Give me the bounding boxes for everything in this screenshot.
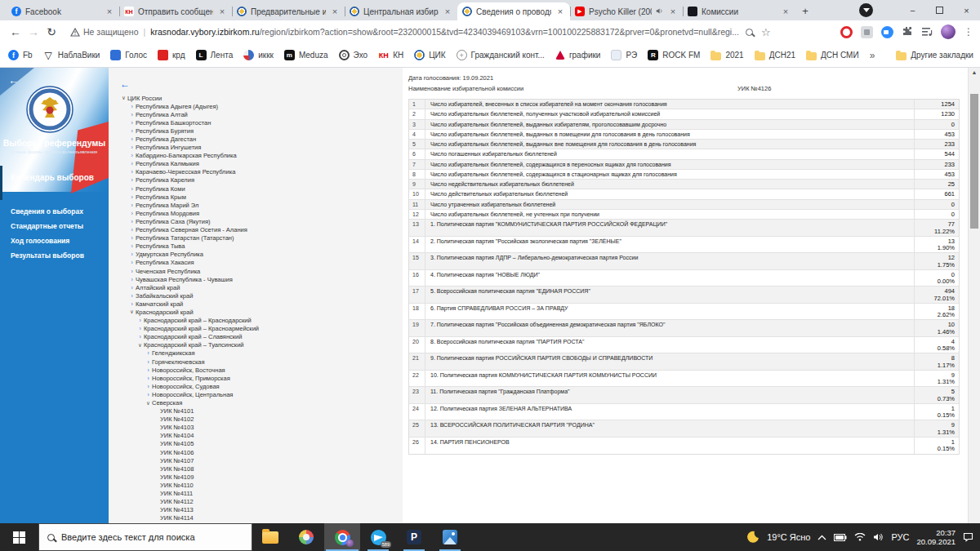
chevron-collapsed-icon[interactable]: › — [128, 285, 136, 291]
sidebar-menu-item[interactable]: Сведения о выборах — [11, 207, 84, 216]
tree-node[interactable]: ›Республика Калмыкия — [109, 160, 403, 168]
tree-back-arrow[interactable]: ← — [120, 78, 403, 90]
tab-close-icon[interactable]: × — [443, 7, 452, 16]
scrollbar-thumb[interactable] — [970, 94, 978, 229]
tree-node[interactable]: УИК №4102 — [109, 415, 403, 424]
chevron-collapsed-icon[interactable]: › — [128, 251, 136, 257]
media-control-button[interactable] — [859, 3, 873, 17]
tree-node[interactable]: УИК №4110 — [109, 481, 403, 489]
tab-close-icon[interactable]: × — [668, 7, 678, 16]
chevron-expanded-icon[interactable]: ∨ — [136, 342, 144, 349]
chevron-collapsed-icon[interactable]: › — [128, 177, 136, 183]
chevron-collapsed-icon[interactable]: › — [128, 120, 136, 126]
language-indicator[interactable]: РУС — [891, 532, 909, 542]
chevron-collapsed-icon[interactable]: › — [128, 186, 136, 192]
bookmark-item[interactable]: ДСН СМИ — [806, 51, 859, 60]
browser-menu-icon[interactable]: ⋮ — [964, 26, 973, 38]
browser-tab[interactable]: ▶Psycho Killer (200× — [570, 2, 683, 20]
extension-grey-icon[interactable] — [861, 26, 873, 38]
page-scrollbar[interactable]: ▲ — [968, 68, 980, 523]
chevron-collapsed-icon[interactable]: › — [145, 384, 152, 389]
tree-node[interactable]: ›Удмуртская Республика — [109, 251, 403, 259]
profile-avatar[interactable] — [941, 24, 956, 39]
action-center-icon[interactable] — [963, 532, 973, 542]
chevron-collapsed-icon[interactable]: › — [128, 293, 136, 299]
bookmark-item[interactable]: ЦИК — [414, 50, 445, 60]
chevron-collapsed-icon[interactable]: › — [128, 235, 136, 241]
sidebar-menu-item[interactable]: Результаты выборов — [11, 251, 84, 260]
volume-icon[interactable] — [873, 533, 884, 541]
tree-node[interactable]: ›Республика Крым — [109, 193, 403, 201]
maximize-button[interactable] — [926, 0, 953, 20]
tree-node[interactable]: УИК №4101 — [109, 407, 403, 415]
sidebar-menu-item[interactable]: Стандартные отчеты — [11, 222, 84, 230]
chevron-collapsed-icon[interactable]: › — [128, 277, 136, 282]
file-explorer-button[interactable] — [252, 523, 288, 551]
bookmark-item[interactable]: 2021 — [710, 51, 743, 60]
wifi-icon[interactable] — [854, 533, 866, 541]
tab-close-icon[interactable]: × — [217, 7, 227, 16]
photos-button[interactable] — [432, 523, 468, 551]
extension-red-icon[interactable] — [840, 26, 853, 38]
p-app-button[interactable]: P — [396, 523, 432, 551]
tree-node[interactable]: УИК №4107 — [109, 456, 403, 464]
sidebar-item-calendar[interactable]: Календарь выборов — [11, 173, 94, 182]
close-button[interactable]: × — [953, 0, 980, 20]
scrollbar-up-arrow[interactable]: ▲ — [969, 69, 980, 75]
chevron-collapsed-icon[interactable]: › — [128, 243, 136, 249]
new-tab-button[interactable]: + — [795, 2, 815, 20]
tree-node[interactable]: УИК №4108 — [109, 464, 403, 473]
tab-close-icon[interactable]: × — [555, 7, 565, 16]
tree-node[interactable]: ›Кабардино-Балкарская Республика — [109, 152, 403, 160]
bookmark-item[interactable]: крд — [158, 50, 185, 60]
back-button[interactable]: ← — [7, 25, 24, 38]
search-icon[interactable] — [746, 29, 753, 36]
tab-audio-icon[interactable] — [656, 7, 664, 16]
paint-button[interactable] — [288, 523, 324, 551]
tree-node[interactable]: ›Карачаево-Черкесская Республика — [109, 168, 403, 176]
bookmark-item[interactable]: +Гражданский конт... — [457, 50, 545, 60]
extension-blue-icon[interactable] — [881, 26, 893, 38]
tab-close-icon[interactable]: × — [330, 7, 340, 16]
tree-node[interactable]: УИК №4114 — [109, 514, 403, 522]
chevron-expanded-icon[interactable]: ∨ — [145, 400, 152, 407]
bookmark-item[interactable]: РЭ — [611, 50, 637, 60]
tree-node[interactable]: ›Новороссийск, Центральная — [109, 390, 403, 398]
media-queue-icon[interactable] — [921, 27, 933, 37]
tree-node[interactable]: ›Чеченская Республика — [109, 267, 403, 275]
tree-node[interactable]: ›Республика Алтай — [109, 110, 403, 118]
tree-node[interactable]: ›Новороссийск, Приморская — [109, 374, 403, 382]
browser-tab[interactable]: Предварительные ит× — [232, 2, 345, 20]
bookmark-item[interactable]: ▽НаблаВики — [43, 50, 100, 60]
browser-tab[interactable]: Сведения о проводя× — [457, 2, 570, 20]
chevron-collapsed-icon[interactable]: › — [145, 359, 152, 365]
clock[interactable]: 20:37 20.09.2021 — [916, 528, 956, 546]
tree-node[interactable]: ›Республика Хакасия — [109, 259, 403, 267]
tree-node[interactable]: ›Новороссийск, Судовая — [109, 382, 403, 390]
chevron-expanded-icon[interactable]: ∨ — [128, 309, 136, 315]
telegram-button[interactable]: 589 — [360, 523, 396, 551]
forward-button[interactable]: → — [24, 25, 42, 38]
browser-tab[interactable]: fFacebook× — [7, 2, 119, 20]
bookmark-item[interactable]: графики — [555, 51, 601, 60]
start-button[interactable] — [0, 523, 38, 551]
tree-node[interactable]: ›Камчатский край — [109, 300, 403, 308]
bookmark-item[interactable]: Голос — [110, 50, 147, 60]
tree-node[interactable]: УИК №4109 — [109, 473, 403, 481]
tree-node[interactable]: ∨Краснодарский край – Туапсинский — [109, 341, 403, 349]
chevron-collapsed-icon[interactable]: › — [128, 202, 136, 208]
bookmark-item[interactable]: ДСН21 — [755, 51, 795, 60]
tree-node[interactable]: ∨ЦИК России — [109, 94, 403, 102]
weather-text[interactable]: 19°C Ясно — [767, 532, 810, 542]
browser-tab[interactable]: КНОтправить сообщени× — [119, 2, 232, 20]
chevron-collapsed-icon[interactable]: › — [145, 367, 152, 373]
chevron-collapsed-icon[interactable]: › — [145, 392, 152, 398]
tray-chevron-icon[interactable] — [817, 535, 826, 540]
tree-node[interactable]: УИК №4112 — [109, 498, 403, 506]
chevron-collapsed-icon[interactable]: › — [128, 112, 136, 118]
chevron-collapsed-icon[interactable]: › — [128, 144, 136, 150]
browser-tab[interactable]: Комиссии× — [683, 2, 795, 20]
chrome-button[interactable] — [324, 523, 360, 551]
sidebar-back-arrow[interactable]: ← — [8, 74, 19, 87]
chevron-collapsed-icon[interactable]: › — [128, 104, 136, 109]
